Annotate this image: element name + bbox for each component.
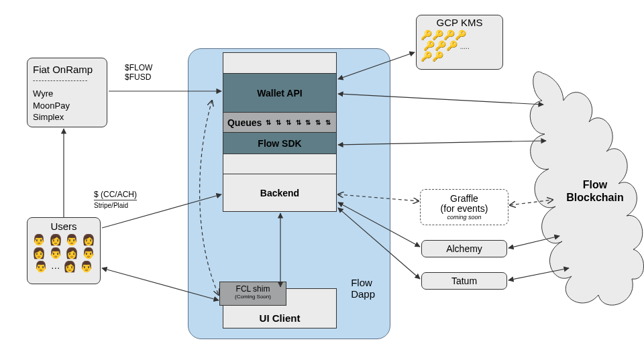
backend-stack: Wallet API Queues ⇅ ⇅ ⇅ ⇅ ⇅ ⇅ ⇅ Flow SDK… [223, 52, 337, 212]
svg-line-13 [508, 268, 569, 280]
wallet-api-box: Wallet API [223, 73, 336, 112]
alchemy-box: Alchemy [421, 240, 507, 257]
flow-sdk-box: Flow SDK [223, 132, 336, 154]
svg-line-12 [508, 236, 559, 248]
fiat-providers: Wyre MoonPay Simplex [33, 88, 101, 123]
fiat-pay-label: $ (CC/ACH) Stripe/Plaid [94, 190, 137, 210]
graffle-box: Graffle (for events) coming soon [420, 189, 508, 225]
backend-box: Backend [223, 174, 336, 211]
fcl-shim-box: FCL shim (Coming Soon) [219, 282, 286, 306]
fiat-onramp-box: Fiat OnRamp ------------------- Wyre Moo… [27, 58, 107, 127]
queues-box: Queues ⇅ ⇅ ⇅ ⇅ ⇅ ⇅ ⇅ [223, 112, 336, 132]
flow-blockchain-label: Flow Blockchain [558, 178, 632, 204]
flow-tokens-label: $FLOW $FUSD [125, 63, 152, 82]
users-box: Users 👨 👩 👨 👩 👩 👨 👩 👨 👨 … 👩 👨 [27, 217, 101, 284]
flow-dapp-label: Flow Dapp [351, 277, 375, 300]
svg-line-9 [510, 200, 553, 205]
gcp-kms-box: GCP KMS 🔑🔑🔑🔑 🔑🔑🔑 ..... 🔑🔑 [416, 15, 503, 70]
tatum-box: Tatum [421, 272, 507, 290]
